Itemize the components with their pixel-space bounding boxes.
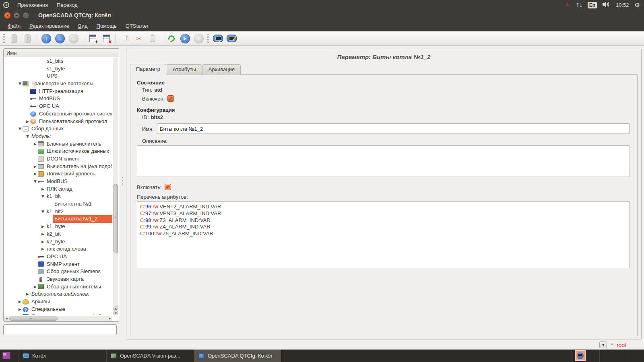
tree-item[interactable]: ▶Пользовательский протокол — [4, 118, 112, 125]
expand-arrow-icon[interactable]: ▼ — [33, 178, 38, 185]
warning-icon[interactable]: ⚠ — [564, 2, 570, 9]
expand-arrow-icon[interactable]: ▶ — [40, 185, 45, 193]
tree-item[interactable]: ▶Логический уровень — [4, 170, 112, 178]
keyboard-indicator[interactable]: En — [588, 2, 597, 8]
expand-arrow-icon[interactable]: ▶ — [33, 170, 38, 178]
up-level-icon[interactable]: ↑ — [39, 33, 53, 45]
tree-item[interactable]: s1_byte — [4, 65, 112, 73]
qtcfg-module-icon[interactable] — [211, 33, 225, 45]
applications-menu[interactable]: Приложения — [13, 0, 52, 10]
tree-item[interactable]: Собственный протокол системы — [4, 110, 112, 118]
tree-item[interactable]: ▶Библиотека шаблонов: — [4, 290, 112, 298]
tree-item[interactable]: ▶Архивы — [4, 298, 112, 306]
cut-icon[interactable]: ✂ — [132, 33, 146, 45]
tab-Параметр[interactable]: Параметр — [130, 64, 166, 75]
tree-item[interactable]: ▶Блочный вычислитель — [4, 140, 112, 148]
tree-item[interactable]: ▶k1_byte — [4, 223, 112, 230]
back-icon[interactable]: ← — [53, 33, 67, 45]
workspace-switcher-icon[interactable] — [2, 352, 10, 359]
menu-item-4[interactable]: Помощь — [92, 21, 121, 31]
tree-item[interactable]: Шлюз источников данных — [4, 148, 112, 155]
add-item-icon[interactable]: + — [86, 33, 99, 45]
expand-arrow-icon[interactable]: ▶ — [17, 313, 23, 315]
description-textarea[interactable] — [137, 145, 630, 177]
splitter-handle[interactable] — [122, 177, 123, 186]
refresh-icon[interactable] — [165, 33, 178, 45]
expand-arrow-icon[interactable]: ▶ — [25, 118, 30, 125]
places-menu[interactable]: Переход — [52, 0, 82, 10]
tree-item[interactable]: ▼Сбор данных — [4, 125, 112, 133]
delete-item-icon[interactable]: × — [99, 33, 113, 45]
tree-vertical-scrollbar[interactable]: ▲ ▼ — [113, 58, 118, 315]
expand-arrow-icon[interactable]: ▶ — [17, 306, 23, 313]
toolbar-handle[interactable] — [207, 34, 209, 43]
minimize-icon[interactable]: − — [13, 12, 20, 19]
scroll-left-button[interactable]: ◀ — [4, 317, 9, 321]
clock[interactable]: 10:52 — [616, 2, 629, 8]
toolbar-handle[interactable] — [3, 34, 5, 43]
expand-arrow-icon[interactable]: ▶ — [33, 140, 38, 148]
tree-item[interactable]: ▶Пользовательские интерфейсы — [4, 313, 112, 315]
scroll-up-button[interactable]: ▲ — [114, 306, 118, 311]
tree-item[interactable]: ▼ModBUS — [4, 178, 112, 185]
expand-arrow-icon[interactable]: ▶ — [40, 230, 45, 238]
menu-item-1[interactable]: Файл — [3, 21, 25, 31]
menu-item-5[interactable]: QTStarter — [121, 21, 153, 31]
tree-item[interactable]: Биты котла №1_2 — [4, 215, 112, 223]
tree-item[interactable]: ▼k1_bit2 — [4, 208, 112, 216]
maximize-icon[interactable]: ▢ — [23, 12, 29, 19]
scrollbar-thumb[interactable] — [9, 317, 58, 321]
tree-item[interactable]: ▶плк склад слова — [4, 245, 112, 253]
tree-item[interactable]: Сбор данных Siemens — [4, 268, 112, 276]
tab-Архивация[interactable]: Архивация — [202, 64, 241, 75]
expand-arrow-icon[interactable]: ▼ — [40, 193, 45, 200]
gear-icon[interactable]: ⚙ — [635, 2, 640, 9]
tree-item[interactable]: s1_bits — [4, 58, 112, 65]
taskbar-button[interactable]: OpenSCADA QTCfg: Котёл — [194, 350, 282, 362]
tree-item[interactable]: Звуковая карта — [4, 276, 112, 283]
network-arrows-icon[interactable]: ↑↓ — [576, 2, 582, 8]
tree-filter-input[interactable] — [3, 324, 117, 335]
tree-item[interactable]: ▶Специальные — [4, 306, 112, 313]
tree-item[interactable]: OPC UA — [4, 103, 112, 110]
tree-item[interactable]: ▼k1_bit — [4, 193, 112, 200]
menu-item-3[interactable]: Вид — [74, 21, 92, 31]
menu-item-2[interactable]: Редактирование — [25, 21, 74, 31]
expand-arrow-icon[interactable]: ▶ — [40, 238, 45, 246]
scrollbar-thumb[interactable] — [114, 184, 118, 253]
expand-arrow-icon[interactable]: ▼ — [40, 208, 45, 216]
tree-item[interactable]: ▶k2_byte — [4, 238, 112, 246]
tree-item[interactable]: ▶ПЛК склад — [4, 185, 112, 193]
tree-item[interactable]: ▶Сбор данных системы — [4, 283, 112, 291]
tree-item[interactable]: ▼Модуль: — [4, 133, 112, 140]
scroll-down-button[interactable]: ▼ — [114, 311, 118, 315]
taskbar-button[interactable]: OpenSCADA Vision-раз... — [106, 350, 194, 362]
tree-item[interactable]: DCON клиент — [4, 155, 112, 163]
enabled-checkbox[interactable] — [167, 95, 174, 102]
expand-arrow-icon[interactable]: ▶ — [25, 290, 30, 298]
expand-arrow-icon[interactable]: ▼ — [17, 125, 23, 133]
tree-item[interactable]: ▶k2_bit — [4, 230, 112, 238]
expand-arrow-icon[interactable]: ▼ — [17, 80, 23, 88]
volume-icon[interactable] — [603, 2, 610, 8]
tree-header[interactable]: Имя — [4, 49, 119, 57]
taskbar-button[interactable]: Котёл — [19, 350, 106, 362]
tree-item[interactable]: Биты котла №1 — [4, 200, 112, 208]
expand-arrow-icon[interactable]: ▼ — [25, 133, 30, 140]
tree-item[interactable]: HTTP-реализация — [4, 88, 112, 95]
tree-horizontal-scrollbar[interactable]: ◀ ▶ — [4, 316, 112, 321]
expand-arrow-icon[interactable]: ▶ — [40, 245, 45, 253]
status-dropdown-button[interactable]: ▼ — [599, 341, 607, 348]
expand-arrow-icon[interactable]: ▶ — [33, 283, 38, 291]
tree-item[interactable]: ▶Вычислитель на java подобном — [4, 163, 112, 171]
close-icon[interactable]: × — [4, 12, 11, 19]
tab-Атрибуты[interactable]: Атрибуты — [167, 64, 202, 75]
attributes-list[interactable]: C:96:rw:VENT2_ALARM_IND:VARC:97:rw:VENT3… — [137, 201, 630, 268]
name-input[interactable] — [157, 123, 630, 134]
to-enable-checkbox[interactable] — [165, 184, 171, 190]
scroll-right-button[interactable]: ▶ — [107, 317, 112, 321]
start-icon[interactable]: ▶ — [178, 33, 192, 45]
tree-item[interactable]: OPC UA — [4, 253, 112, 261]
session-icon[interactable] — [3, 2, 9, 8]
vision-module-icon[interactable] — [225, 33, 238, 45]
